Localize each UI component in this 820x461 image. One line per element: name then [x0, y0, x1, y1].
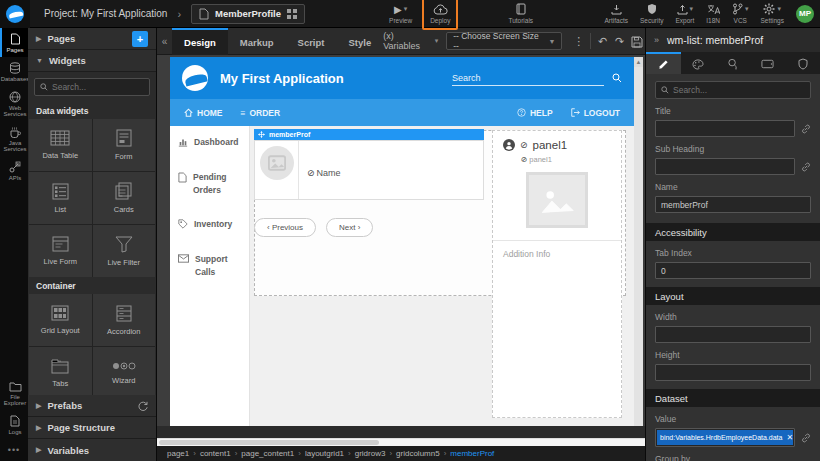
widget-tile-accordion[interactable]: Accordion: [93, 294, 156, 346]
bind-link-icon[interactable]: [801, 124, 811, 134]
previous-page-button[interactable]: ‹ Previous: [254, 218, 316, 237]
variables-dropdown[interactable]: (x) Variables ▾: [383, 31, 438, 51]
tab-device[interactable]: [750, 52, 785, 74]
screen-size-select[interactable]: -- Choose Screen Size -- ▼: [446, 32, 562, 50]
breadcrumb-layoutgrid1[interactable]: layoutgrid1: [305, 449, 351, 458]
scrollbar-thumb[interactable]: [159, 440, 379, 445]
prefabs-accordion[interactable]: ▶ Prefabs: [28, 395, 156, 417]
variables-accordion[interactable]: ▶ Variables: [28, 439, 156, 461]
panel1-header[interactable]: ⊘ panel1: [503, 139, 611, 151]
collapse-right-panel-icon[interactable]: »: [654, 35, 659, 45]
collapse-left-panel-icon[interactable]: «: [157, 36, 172, 47]
dataset-section-header[interactable]: Dataset: [646, 389, 820, 407]
app-nav-pending-orders[interactable]: Pending Orders: [178, 171, 241, 197]
canvas-vertical-scrollbar[interactable]: ▲: [634, 57, 643, 426]
app-search-input[interactable]: [452, 71, 604, 86]
redo-icon[interactable]: ↷: [611, 35, 628, 48]
scroll-up-icon[interactable]: ▲: [634, 57, 643, 67]
user-avatar[interactable]: MP: [796, 5, 814, 23]
refresh-icon[interactable]: [138, 401, 148, 411]
next-page-button[interactable]: Next ›: [326, 218, 373, 237]
search-icon[interactable]: [612, 73, 622, 83]
widget-tile-list[interactable]: List: [29, 172, 92, 224]
tutorials-button[interactable]: Tutorials: [502, 0, 539, 28]
tab-script[interactable]: Script: [286, 28, 337, 55]
list-item-image-cell[interactable]: [255, 141, 299, 199]
subheading-field[interactable]: [655, 158, 795, 175]
export-button[interactable]: ▾ Export: [669, 0, 700, 28]
nav-order[interactable]: ≡ ORDER: [241, 108, 281, 118]
rail-item-web-services[interactable]: Web Services: [0, 86, 28, 121]
bind-expression-chip[interactable]: bind:Variables.HrdbEmployeeData.data ✕: [657, 430, 793, 445]
breadcrumb-gridcolumn5[interactable]: gridcolumn5: [396, 449, 446, 458]
tab-styles[interactable]: [681, 52, 716, 74]
rail-item-apis[interactable]: APIs: [0, 156, 28, 185]
app-nav-inventory[interactable]: Inventory: [178, 218, 241, 231]
rail-item-databases[interactable]: Databases: [0, 57, 28, 86]
properties-search-input[interactable]: [673, 85, 805, 95]
widget-tile-live-filter[interactable]: Live Filter: [93, 225, 156, 277]
wavemaker-logo[interactable]: [0, 0, 30, 28]
layout-section-header[interactable]: Layout: [646, 287, 820, 305]
tab-properties[interactable]: [646, 52, 681, 74]
tab-events[interactable]: [716, 52, 751, 74]
more-options-icon[interactable]: •••: [0, 439, 28, 461]
panel1-widget[interactable]: ⊘ panel1 ⊘ panel1 Addition Info: [492, 130, 622, 418]
breadcrumb-page-content1[interactable]: page_content1: [241, 449, 301, 458]
page-structure-accordion[interactable]: ▶ Page Structure: [28, 417, 156, 439]
i18n-button[interactable]: I18N: [700, 0, 726, 28]
name-field[interactable]: [655, 196, 811, 213]
breadcrumb-page1[interactable]: page1: [167, 449, 196, 458]
nav-help[interactable]: HELP: [517, 108, 553, 118]
widget-tile-tabs[interactable]: Tabs: [29, 347, 92, 395]
height-field[interactable]: [655, 364, 811, 381]
widget-title-bar[interactable]: memberProf: [254, 129, 484, 140]
widget-search-input[interactable]: [52, 82, 144, 92]
save-icon[interactable]: [628, 34, 645, 47]
canvas-horizontal-scrollbar[interactable]: [157, 438, 645, 446]
list-item-name[interactable]: ⊘ Name: [299, 141, 341, 199]
app-nav-support-calls[interactable]: Support Calls: [178, 253, 241, 279]
app-nav-dashboard[interactable]: Dashboard: [178, 136, 241, 149]
rail-item-pages[interactable]: Pages: [0, 28, 28, 57]
page-selector[interactable]: MemberProfile: [191, 4, 305, 24]
kebab-menu-icon[interactable]: ⋮: [570, 35, 587, 48]
rail-item-file-explorer[interactable]: File Explorer: [0, 376, 28, 410]
widget-tile-grid-layout[interactable]: Grid Layout: [29, 294, 92, 346]
preview-button[interactable]: ▶▾ Preview: [383, 0, 418, 28]
tabindex-field[interactable]: [655, 262, 811, 279]
grid-menu-icon[interactable]: [287, 9, 297, 19]
breadcrumb-gridrow3[interactable]: gridrow3: [355, 449, 392, 458]
widget-tile-cards[interactable]: Cards: [93, 172, 156, 224]
panel1-image-placeholder[interactable]: [526, 172, 588, 228]
deploy-button[interactable]: Deploy: [424, 0, 456, 28]
title-field[interactable]: [655, 120, 795, 137]
widget-tile-data-table[interactable]: Data Table: [29, 119, 92, 171]
width-field[interactable]: [655, 326, 811, 343]
list-item[interactable]: ⊘ Name: [254, 140, 484, 200]
vcs-button[interactable]: ▾ VCS: [726, 0, 755, 28]
tab-style[interactable]: Style: [336, 28, 383, 55]
pages-accordion[interactable]: ▶ Pages +: [28, 28, 156, 50]
nav-home[interactable]: HOME: [184, 108, 223, 118]
memberprof-list-widget[interactable]: memberProf ⊘ Name: [254, 129, 484, 237]
tab-markup[interactable]: Markup: [228, 28, 286, 55]
rail-item-logs[interactable]: Logs: [0, 410, 28, 439]
undo-icon[interactable]: ↶: [594, 35, 611, 48]
value-field[interactable]: bind:Variables.HrdbEmployeeData.data ✕: [655, 428, 795, 447]
tab-security[interactable]: [785, 52, 820, 74]
widget-search[interactable]: [34, 78, 150, 96]
widget-tile-wizard[interactable]: Wizard: [93, 347, 156, 395]
panel1-subtitle[interactable]: ⊘ panel1: [521, 155, 611, 164]
security-button[interactable]: Security: [634, 0, 669, 28]
move-handle-icon[interactable]: [258, 131, 265, 138]
tab-design[interactable]: Design: [172, 28, 228, 55]
app-search[interactable]: [452, 71, 622, 86]
widgets-accordion[interactable]: ▼ Widgets: [28, 50, 156, 72]
accessibility-section-header[interactable]: Accessibility: [646, 223, 820, 241]
widget-tile-live-form[interactable]: Live Form: [29, 225, 92, 277]
bind-link-icon[interactable]: [801, 433, 811, 443]
breadcrumb-memberprof[interactable]: memberProf: [450, 449, 494, 458]
nav-logout[interactable]: LOGOUT: [571, 108, 620, 118]
add-page-button[interactable]: +: [132, 31, 148, 47]
